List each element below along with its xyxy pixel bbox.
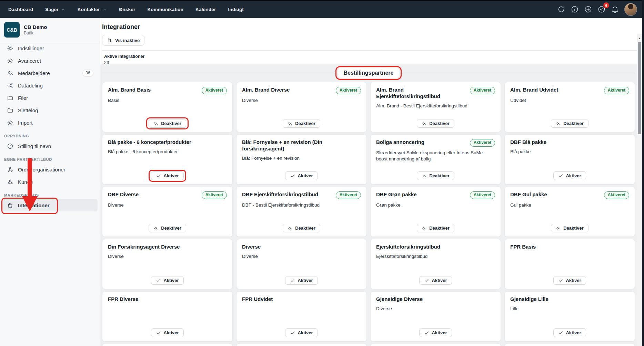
sidebar-item-integrationer[interactable]: Integrationer [2,199,98,211]
sidebar-item-ordre-organisationer[interactable]: Ordre organisationer [2,163,98,176]
sidebar-item-import[interactable]: Import [2,116,98,129]
divider-line [102,73,337,73]
bell-button[interactable] [611,5,619,13]
activate-button[interactable]: Aktiver [285,276,318,285]
status-badge: Aktiveret [336,191,361,199]
action-label: Deaktiver [161,121,181,126]
action-label: Deaktiver [295,226,315,231]
chevron-down-icon [102,7,107,12]
activate-button[interactable]: Aktiver [419,328,452,337]
action-label: Deaktiver [563,226,584,231]
sidebar: C&B CB Demo Butik IndstillingerAvanceret… [0,18,100,346]
card-title: Gjensidige Lille [510,296,549,303]
sidebar-item-avanceret[interactable]: Avanceret [2,54,98,67]
window-edge-strip [0,0,644,1]
card-title: DBF Gul pakke [510,191,547,198]
user-avatar[interactable] [624,3,637,16]
activate-button[interactable]: Aktiver [553,328,586,337]
organization-icon [7,166,13,173]
activate-button[interactable]: Aktiver [151,171,183,180]
scroll-up-button[interactable]: ▲ [637,37,642,40]
sidebar-item-stilling-til-navn[interactable]: Stilling til navn [2,140,98,152]
scrollbar-track[interactable]: ▲ [637,34,642,346]
deactivate-button[interactable]: Deaktiver [417,119,454,128]
sidebar-item-datadeling[interactable]: Datadeling [2,79,98,92]
card-footer: Aktiver [242,171,361,180]
integration-card: FPR BasisAktiver [504,239,635,289]
folder-icon [7,107,13,114]
scrollbar-thumb[interactable] [638,42,641,134]
activate-button[interactable]: Aktiver [285,328,318,337]
sidebar-item-label: Kunde [18,179,33,185]
integration-card-partial [236,344,367,346]
gauge-icon [7,143,13,149]
nav-item-kontakter[interactable]: Kontakter [78,7,107,12]
deactivate-button[interactable]: Deaktiver [551,119,588,128]
show-inactive-button[interactable]: Vis inaktive [102,35,144,46]
tasks-button[interactable]: 6 [597,5,606,13]
card-header: Blå: Fornyelse + en revision (Din forsik… [242,139,361,152]
check-icon [424,330,429,335]
check-icon [156,278,161,283]
add-button[interactable] [584,5,592,13]
card-title: Alm. Brand Basis [108,87,151,93]
main-content: Integrationer Vis inaktive Aktive integr… [100,18,637,346]
card-footer: Aktiver [242,276,361,285]
sidebar-item-kunde[interactable]: Kunde [2,176,98,188]
deactivate-button[interactable]: Deaktiver [417,171,454,180]
nav-item-kalender[interactable]: Kalender [195,7,216,12]
sidebar-item-medarbejdere[interactable]: Medarbejdere36 [2,67,98,79]
nav-item-indsigt[interactable]: Indsigt [228,7,244,12]
activate-button[interactable]: Aktiver [151,328,183,337]
nav-item-label: Kommunikation [147,7,183,12]
show-inactive-label: Vis inaktive [115,38,140,43]
people-icon [7,70,13,76]
gear-icon [7,45,13,52]
activate-button[interactable]: Aktiver [553,171,586,180]
deactivate-button[interactable]: Deaktiver [149,224,186,232]
sidebar-item-slettelog[interactable]: Slettelog [2,104,98,116]
sidebar-item-indstillinger[interactable]: Indstillinger [2,42,98,54]
card-title: DBF Diverse [108,191,139,198]
refresh-button[interactable] [557,5,565,13]
card-description: Basis [108,97,227,104]
card-description: Diverse [376,306,495,312]
nav-item-nsker[interactable]: Ønsker [119,7,135,12]
nav-item-kommunikation[interactable]: Kommunikation [147,7,183,12]
bell-icon [611,5,619,13]
integration-card: DBF Grøn pakkeAktiveretGrøn pakkeDeaktiv… [370,187,501,237]
deactivate-button[interactable]: Deaktiver [149,119,186,128]
deactivate-button[interactable]: Deaktiver [283,119,320,128]
store-header[interactable]: C&B CB Demo Butik [0,18,100,42]
card-footer: Aktiver [376,328,495,337]
integration-card-partial [370,344,501,346]
action-label: Deaktiver [429,121,450,126]
card-description: Lille [510,306,629,312]
window-edge-strip [642,0,644,346]
main-menu: DashboardSagerKontakterØnskerKommunikati… [8,7,256,12]
deactivate-button[interactable]: Deaktiver [417,224,454,232]
activate-button[interactable]: Aktiver [419,276,452,285]
card-header: DBF Gul pakkeAktiveret [510,191,629,199]
info-button[interactable] [571,5,579,13]
card-footer: Aktiver [376,276,495,285]
card-header: DBF Blå pakke [510,139,629,146]
activate-button[interactable]: Aktiver [151,276,183,285]
card-description: DBF - Bestil Ejerskifteforsikringstilbud [242,202,361,208]
card-title: Ejerskifteforsikringstilbud [376,244,440,250]
activate-button[interactable]: Aktiver [285,171,318,180]
deactivate-button[interactable]: Deaktiver [283,224,320,232]
nav-item-dashboard[interactable]: Dashboard [8,7,33,12]
card-title: DBF Ejerskifteforsikringstilbud [242,191,318,198]
sidebar-item-filer[interactable]: Filer [2,92,98,104]
integration-card: DBF DiverseAktiveretDiverseDeaktiver [102,187,233,237]
activate-button[interactable]: Aktiver [553,276,586,285]
status-badge: Aktiveret [470,191,495,199]
gear-icon [7,119,13,126]
deactivate-button[interactable]: Deaktiver [551,224,588,232]
card-footer: Deaktiver [510,224,629,232]
swap-icon [107,38,112,43]
nav-item-sager[interactable]: Sager [45,7,66,12]
card-footer: Deaktiver [376,224,495,232]
status-badge: Aktiveret [604,191,629,199]
